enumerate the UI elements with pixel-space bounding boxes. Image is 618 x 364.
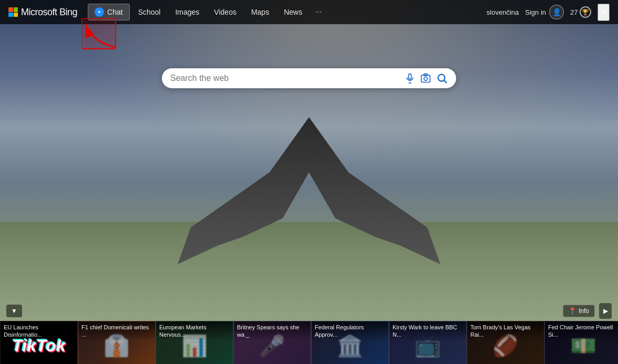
- news-card-1-overlay: EU Launches Disinformatio...: [1, 321, 77, 341]
- bing-logo-text: Microsoft Bing: [21, 7, 77, 18]
- rewards-icon: [580, 6, 591, 18]
- news-card-5-overlay: Federal Regulators Approv...: [312, 321, 388, 341]
- svg-point-8: [438, 75, 445, 81]
- news-card-5-title: Federal Regulators Approv...: [315, 324, 385, 339]
- ground: [0, 222, 618, 301]
- news-card-5[interactable]: 🏛️ Federal Regulators Approv...: [311, 321, 389, 364]
- news-card-3-overlay: European Markets Nervous...: [156, 321, 233, 341]
- nav-school[interactable]: School: [132, 5, 167, 19]
- news-card-4[interactable]: 🎤 Britney Spears says she wa _: [233, 321, 311, 364]
- header: Microsoft Bing Chat School Images Videos…: [0, 0, 618, 24]
- chat-bubble-icon: [95, 7, 104, 17]
- location-icon: 📍: [569, 307, 576, 315]
- news-card-1-title: EU Launches Disinformatio...: [4, 324, 74, 339]
- nav-news[interactable]: News: [277, 5, 308, 19]
- news-bar: ▼ 📍 Info ▶ EU Launches Disinformatio... …: [0, 301, 618, 364]
- info-label: Info: [579, 307, 589, 315]
- avatar: [549, 5, 564, 19]
- news-controls: ▼ 📍 Info ▶: [0, 301, 618, 321]
- svg-rect-5: [421, 75, 430, 82]
- news-card-3-title: European Markets Nervous...: [159, 324, 230, 339]
- news-card-6[interactable]: 📺 Kirsty Wark to leave BBC N...: [389, 321, 467, 364]
- news-card-2-overlay: F1 chief Domenicali writes ...: [78, 321, 155, 341]
- news-card-4-overlay: Britney Spears says she wa _: [234, 321, 311, 341]
- nav-videos[interactable]: Videos: [208, 5, 243, 19]
- search-container: [162, 68, 456, 88]
- sign-in-label: Sign in: [525, 8, 546, 16]
- nav-bar: Chat School Images Videos Maps News ···: [88, 4, 482, 20]
- mic-button[interactable]: [405, 73, 415, 84]
- info-button[interactable]: 📍 Info: [563, 305, 595, 317]
- news-card-7[interactable]: 🏈 Tom Brady's Las Vegas Rai...: [467, 321, 544, 364]
- nav-school-label: School: [138, 8, 161, 16]
- collapse-button[interactable]: ▼: [6, 305, 22, 317]
- news-card-6-overlay: Kirsty Wark to leave BBC N...: [389, 321, 466, 341]
- nav-images-label: Images: [175, 8, 199, 16]
- rewards-badge[interactable]: 27: [570, 6, 591, 18]
- language-selector[interactable]: slovenčina: [487, 8, 519, 16]
- news-card-4-title: Britney Spears says she wa _: [237, 324, 307, 339]
- svg-point-7: [424, 77, 428, 81]
- news-card-8-title: Fed Chair Jerome Powell Si...: [548, 324, 618, 339]
- search-button[interactable]: [436, 72, 448, 84]
- search-icons: [405, 72, 448, 84]
- news-card-8-overlay: Fed Chair Jerome Powell Si...: [545, 321, 618, 341]
- rewards-count: 27: [570, 8, 578, 16]
- nav-chat[interactable]: Chat: [88, 4, 130, 20]
- logo-area: Microsoft Bing: [8, 7, 77, 18]
- news-card-7-overlay: Tom Brady's Las Vegas Rai...: [467, 321, 544, 341]
- news-card-7-title: Tom Brady's Las Vegas Rai...: [470, 324, 541, 339]
- nav-images[interactable]: Images: [169, 5, 205, 19]
- svg-line-9: [444, 80, 447, 83]
- nav-videos-label: Videos: [214, 8, 236, 16]
- hamburger-menu[interactable]: ≡: [598, 4, 610, 21]
- news-card-2-title: F1 chief Domenicali writes ...: [81, 324, 152, 339]
- news-card-2[interactable]: 👔 F1 chief Domenicali writes ...: [78, 321, 156, 364]
- camera-button[interactable]: [420, 73, 431, 84]
- news-cards-container: EU Launches Disinformatio... TikTok 👔 F1…: [0, 321, 618, 364]
- news-card-8[interactable]: 💵 Fed Chair Jerome Powell Si...: [544, 321, 618, 364]
- nav-maps[interactable]: Maps: [245, 5, 275, 19]
- nav-more[interactable]: ···: [311, 5, 326, 19]
- news-card-1[interactable]: EU Launches Disinformatio... TikTok: [0, 321, 78, 364]
- news-card-6-title: Kirsty Wark to leave BBC N...: [393, 324, 463, 339]
- nav-news-label: News: [284, 8, 302, 16]
- search-box: [162, 68, 456, 88]
- svg-rect-2: [409, 74, 411, 79]
- sign-in-button[interactable]: Sign in: [525, 5, 564, 19]
- news-card-3[interactable]: 📊 European Markets Nervous...: [156, 321, 233, 364]
- nav-maps-label: Maps: [251, 8, 269, 16]
- header-right: slovenčina Sign in 27 ≡: [487, 4, 610, 21]
- microsoft-logo: [8, 7, 18, 17]
- nav-chat-label: Chat: [107, 8, 123, 16]
- next-button[interactable]: ▶: [599, 303, 612, 319]
- search-input[interactable]: [170, 74, 400, 83]
